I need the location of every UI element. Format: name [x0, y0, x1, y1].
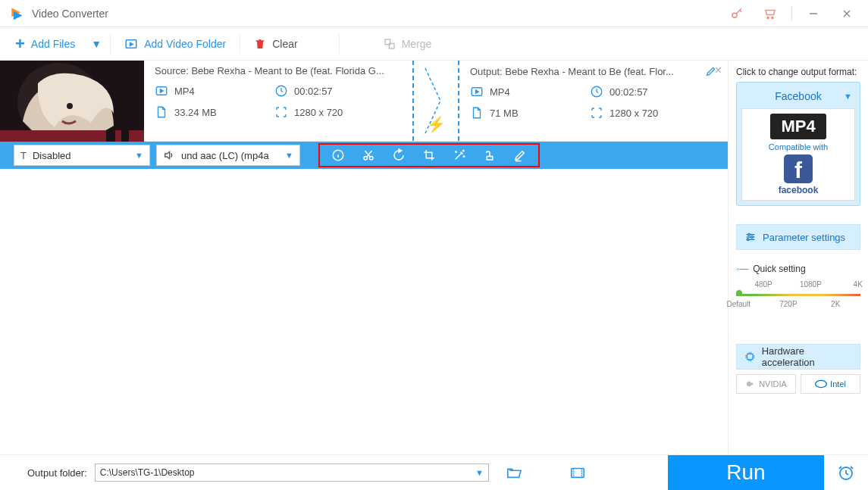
clock-icon — [274, 84, 288, 98]
chevron-down-icon: ▼ — [285, 151, 293, 160]
quick-setting-label-row: ◦— Quick setting — [736, 264, 860, 274]
clear-label: Clear — [272, 38, 297, 50]
svg-rect-37 — [747, 354, 753, 359]
tick-480p: 480P — [754, 280, 772, 289]
parameter-settings-button[interactable]: Parameter settings — [736, 224, 860, 250]
trim-tool-icon[interactable] — [353, 145, 384, 166]
svg-point-34 — [748, 233, 750, 236]
add-files-dropdown[interactable]: ▼ — [86, 31, 107, 57]
schedule-button[interactable] — [824, 455, 868, 491]
format-name: Facebook — [775, 90, 821, 102]
run-button[interactable]: Run — [668, 455, 824, 491]
conversion-arrow: ⚡ — [414, 61, 459, 141]
source-filesize: 33.24 MB — [155, 105, 261, 119]
output-folder-path: C:\Users\TG-1\Desktop — [100, 467, 475, 478]
run-label: Run — [726, 460, 765, 485]
output-filename-row: Output: Bebe Rexha - Meant to Be (feat. … — [470, 65, 717, 77]
compatible-label: Compatible with — [747, 142, 850, 151]
folder-video-icon — [124, 37, 138, 51]
format-name-row: Facebook ▼ — [741, 87, 855, 108]
chevron-down-icon: ▼ — [135, 151, 143, 160]
source-duration: 00:02:57 — [274, 84, 381, 98]
add-video-folder-button[interactable]: Add Video Folder — [114, 31, 237, 57]
output-filename: Output: Bebe Rexha - Meant to Be (feat. … — [470, 66, 699, 77]
cart-icon[interactable] — [754, 0, 787, 27]
output-duration: 00:02:57 — [590, 85, 696, 98]
minimize-button[interactable] — [797, 0, 830, 27]
svg-point-28 — [463, 150, 465, 151]
close-button[interactable] — [830, 0, 863, 27]
merge-label: Merge — [402, 38, 432, 50]
audio-track-value: und aac (LC) (mp4a — [181, 150, 285, 161]
hardware-acceleration-label: Hardware acceleration — [762, 345, 852, 368]
hw-vendors: NVIDIA Intel — [736, 374, 860, 394]
tick-default: Default — [726, 300, 750, 308]
output-format-card[interactable]: Facebook ▼ MP4 Compatible with f faceboo… — [736, 82, 860, 206]
clear-button[interactable]: Clear — [243, 31, 308, 57]
crop-tool-icon[interactable] — [414, 145, 444, 166]
register-key-icon[interactable] — [720, 0, 754, 27]
source-format: MP4 — [155, 84, 261, 98]
video-format-icon — [470, 85, 484, 98]
effects-tool-icon[interactable] — [444, 145, 475, 166]
svg-point-11 — [67, 103, 73, 109]
output-folder-dropdown[interactable]: C:\Users\TG-1\Desktop ▼ — [95, 463, 489, 482]
svg-point-1 — [767, 17, 769, 18]
subtitle-value: Disabled — [33, 150, 135, 161]
svg-point-26 — [456, 151, 457, 153]
format-badge: MP4 — [770, 114, 826, 139]
app-logo-icon — [9, 6, 24, 21]
bolt-icon: ⚡ — [427, 115, 446, 133]
output-resolution: 1280 x 720 — [590, 106, 696, 120]
format-preview: MP4 Compatible with f facebook — [741, 108, 855, 201]
quality-slider[interactable]: 480P 1080P 4K Default 720P 2K — [736, 292, 860, 317]
svg-point-0 — [732, 13, 737, 17]
title-bar: Video Converter — [0, 0, 868, 27]
edit-tools-highlight — [318, 143, 540, 167]
main-toolbar: + Add Files ▼ Add Video Folder Clear Mer… — [0, 27, 868, 61]
output-folder-label: Output folder: — [27, 467, 87, 479]
nvidia-icon — [745, 379, 756, 389]
source-filename: Source: Bebe Rexha - Meant to Be (feat. … — [155, 65, 402, 76]
file-details: Source: Bebe Rexha - Meant to Be (feat. … — [144, 61, 728, 141]
resolution-icon — [274, 105, 288, 119]
source-block: Source: Bebe Rexha - Meant to Be (feat. … — [144, 61, 414, 141]
intel-badge: Intel — [801, 374, 860, 394]
output-block: Output: Bebe Rexha - Meant to Be (feat. … — [459, 61, 728, 141]
file-icon — [470, 106, 484, 120]
hardware-acceleration-row[interactable]: Hardware acceleration — [736, 344, 860, 370]
bottom-bar: Output folder: C:\Users\TG-1\Desktop ▼ R… — [0, 454, 868, 490]
remove-item-button[interactable]: × — [715, 64, 722, 77]
video-thumbnail[interactable] — [0, 61, 144, 142]
info-tool-icon[interactable] — [323, 145, 353, 166]
trash-icon — [254, 38, 266, 50]
slider-knob[interactable] — [736, 290, 742, 296]
add-files-label: Add Files — [31, 38, 75, 50]
tick-1080p: 1080P — [800, 280, 822, 289]
chevron-down-icon: ▼ — [475, 468, 484, 477]
facebook-icon: f facebook — [747, 154, 850, 195]
subtitle-dropdown[interactable]: T Disabled ▼ — [14, 145, 150, 166]
video-format-icon — [155, 84, 168, 98]
main-area: Source: Bebe Rexha - Meant to Be (feat. … — [0, 61, 868, 457]
watermark-tool-icon[interactable] — [475, 145, 505, 166]
svg-point-2 — [772, 17, 773, 18]
chevron-down-icon: ▼ — [844, 92, 852, 101]
quick-setting-label: Quick setting — [753, 264, 805, 274]
app-title: Video Converter — [32, 8, 108, 20]
merge-button: Merge — [373, 31, 443, 57]
nvidia-badge: NVIDIA — [736, 374, 796, 394]
output-filesize: 71 MB — [470, 106, 576, 120]
add-folder-label: Add Video Folder — [144, 38, 226, 50]
svg-point-35 — [751, 236, 754, 239]
open-folder-button[interactable] — [501, 461, 527, 484]
tick-720p: 720P — [779, 300, 797, 308]
audio-track-dropdown[interactable]: und aac (LC) (mp4a ▼ — [156, 145, 300, 166]
add-files-button[interactable]: + Add Files — [5, 31, 86, 57]
rotate-tool-icon[interactable] — [384, 145, 414, 166]
tick-4k: 4K — [854, 280, 863, 289]
file-icon — [155, 105, 168, 119]
subtitle-tool-icon[interactable] — [505, 145, 535, 166]
tick-2k: 2K — [831, 300, 840, 308]
settings-folder-button[interactable] — [565, 461, 591, 484]
